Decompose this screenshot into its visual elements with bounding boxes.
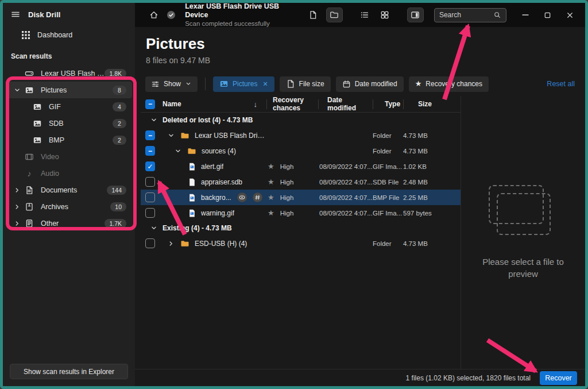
sidebar-item-gif[interactable]: GIF4 [6, 98, 132, 115]
close-icon [566, 11, 574, 20]
table-row-backgro-[interactable]: backgro...★High08/09/2022 4:07...BMP Fil… [141, 190, 461, 205]
recovery-value: High [280, 194, 294, 201]
table-row-alert-gif[interactable]: ✓alert.gif★High08/09/2022 4:07...GIF Ima… [141, 159, 461, 174]
sidebar-item-archives[interactable]: Archives10 [6, 198, 132, 215]
eye-icon[interactable] [237, 192, 247, 202]
name-inner: sources (4) [159, 147, 236, 156]
row-checkbox-cell: − [141, 146, 159, 156]
chevron-right-icon[interactable] [11, 219, 24, 228]
column-header-type[interactable]: Type [373, 99, 403, 109]
image-icon [32, 136, 43, 145]
filter-chip-date-modified[interactable]: Date modified [336, 76, 404, 92]
chevron-down-icon[interactable] [148, 116, 160, 124]
star-icon: ★ [415, 80, 422, 88]
row-checkbox[interactable] [145, 192, 155, 202]
item-count-badge: 2 [113, 119, 126, 128]
home-button[interactable] [146, 7, 161, 22]
chevron-right-icon[interactable] [11, 203, 24, 211]
row-checkbox[interactable]: − [145, 146, 155, 156]
name-cell: alert.gif [159, 162, 266, 171]
row-checkbox[interactable] [145, 177, 155, 187]
chevron-right-icon[interactable] [167, 240, 175, 248]
column-header-size[interactable]: Size [403, 99, 461, 109]
reset-all-link[interactable]: Reset all [547, 80, 575, 88]
remove-filter-icon[interactable]: ✕ [262, 80, 268, 88]
recover-button[interactable]: Recover [540, 371, 577, 385]
sidebar-item-device[interactable]: Lexar USB Flash Drive U...1.8K [6, 65, 132, 82]
chevron-down-icon[interactable] [167, 132, 175, 140]
sort-descending-icon[interactable]: ↓ [254, 100, 258, 109]
device-status: Scan completed successfully [185, 20, 300, 28]
chevron-down-icon[interactable] [148, 224, 160, 232]
name-cell: ESD-USB (H) (4) [159, 239, 266, 248]
row-checkbox[interactable]: − [145, 130, 155, 140]
row-checkbox[interactable] [145, 238, 155, 248]
column-header-name[interactable]: Name [159, 100, 181, 108]
folder-icon [180, 131, 190, 140]
search-input[interactable] [439, 11, 493, 19]
star-icon: ★ [268, 162, 274, 171]
image-icon [32, 119, 43, 128]
item-count-badge: 1.7K [105, 219, 126, 228]
search-box[interactable] [434, 8, 506, 22]
device-title: Lexar USB Flash Drive USB Device [185, 2, 300, 20]
row-checkbox[interactable]: ✓ [145, 161, 155, 171]
preview-message: Please select a file to preview [474, 256, 572, 280]
table-row-esd-usb-h-4-[interactable]: ESD-USB (H) (4)Folder4.73 MB [141, 236, 461, 251]
type-cell: GIF Ima... [373, 210, 403, 217]
filter-chip-file-size[interactable]: File size [280, 76, 331, 92]
sidebar-item-bmp[interactable]: BMP2 [6, 132, 132, 148]
chevron-down-icon[interactable] [11, 86, 24, 94]
group-label: Existing (4) - 4.73 MB [163, 224, 232, 232]
item-count-badge: 144 [107, 186, 126, 195]
minimize-button[interactable] [517, 7, 533, 23]
list-view-button[interactable] [358, 7, 372, 22]
main-area: Lexar USB Flash Drive USB Device Scan co… [135, 3, 585, 386]
file-view-button[interactable] [306, 7, 320, 22]
close-button[interactable] [562, 7, 578, 23]
image-file-icon [188, 209, 196, 218]
filter-chips: Pictures✕File sizeDate modified★Recovery… [213, 76, 489, 92]
app-window: Disk Drill Dashboard Scan results Lexar … [0, 0, 588, 389]
chevron-down-icon[interactable] [174, 147, 182, 155]
filter-chip-label: File size [299, 80, 324, 88]
chevron-right-icon[interactable] [11, 186, 24, 194]
preview-panel-toggle-button[interactable] [407, 7, 424, 22]
select-all-checkbox[interactable]: − [145, 99, 155, 109]
filter-chip-recovery-chances[interactable]: ★Recovery chances [409, 76, 489, 92]
grid-view-button[interactable] [378, 7, 392, 22]
filter-sliders-icon [151, 80, 160, 88]
show-filter-button[interactable]: Show [145, 76, 198, 92]
recovery-cell: ★High [266, 193, 318, 202]
sidebar-item-video[interactable]: Video [6, 148, 132, 165]
image-file-icon [188, 193, 196, 202]
selection-summary: 1 files (1.02 KB) selected, 1820 files t… [406, 374, 531, 382]
sidebar-item-pictures[interactable]: Pictures8 [6, 82, 132, 98]
maximize-button[interactable] [539, 7, 556, 23]
minimize-icon [521, 10, 530, 20]
sidebar-item-other[interactable]: Other1.7K [6, 215, 132, 232]
show-scan-results-button[interactable]: Show scan results in Explorer [10, 364, 128, 379]
filter-chip-pictures[interactable]: Pictures✕ [213, 76, 274, 92]
sidebar-item-documents[interactable]: Documents144 [6, 182, 132, 198]
sidebar-item-label: Lexar USB Flash Drive U... [41, 70, 105, 78]
hamburger-menu-icon[interactable] [11, 10, 20, 19]
column-header-date[interactable]: Date modified [318, 99, 373, 109]
sidebar-item-dashboard[interactable]: Dashboard [3, 25, 135, 45]
folder-view-button[interactable] [326, 7, 343, 22]
hash-icon[interactable] [253, 192, 262, 202]
folder-icon [187, 147, 197, 156]
table-row-sources-4-[interactable]: −sources (4)Folder4.73 MB [141, 143, 461, 159]
filter-bar: Show Pictures✕File sizeDate modified★Rec… [135, 72, 585, 96]
table-row-lexar-usb-flash-drive-[interactable]: −Lexar USB Flash Drive...Folder4.73 MB [141, 128, 461, 143]
table-row-warning-gif[interactable]: warning.gif★High08/09/2022 4:07...GIF Im… [141, 205, 461, 221]
recovery-cell: ★High [266, 178, 318, 186]
row-checkbox[interactable] [145, 208, 155, 218]
row-checkbox-cell [141, 192, 159, 202]
column-header-recovery[interactable]: Recovery chances [266, 99, 318, 109]
dashboard-grid-icon [21, 30, 30, 40]
audio-icon: ♪ [24, 170, 35, 178]
sidebar-item-audio[interactable]: ♪Audio [6, 165, 132, 182]
table-row-appraiser-sdb[interactable]: appraiser.sdb★High08/09/2022 4:07...SDB … [141, 174, 461, 190]
sidebar-item-sdb[interactable]: SDB2 [6, 115, 132, 132]
